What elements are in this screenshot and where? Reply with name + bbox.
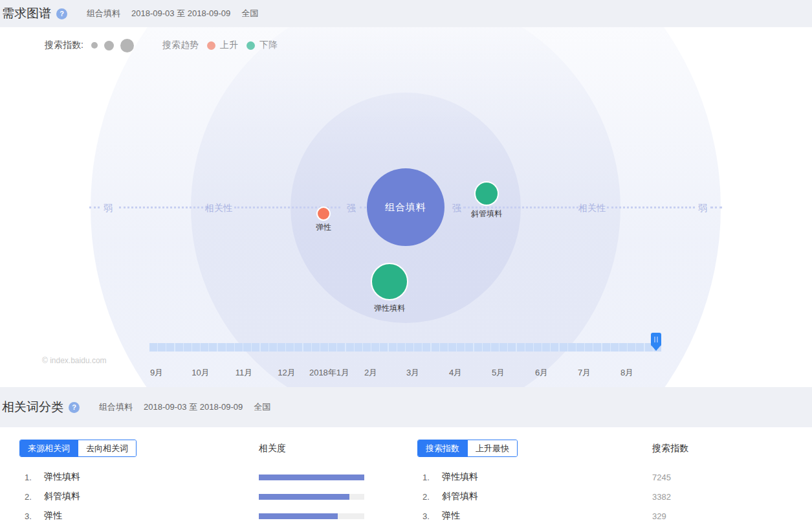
date-range-label: 2018-09-03 至 2018-09-09 <box>144 401 243 413</box>
node-xieguan-tianliao-label: 斜管填料 <box>471 208 502 219</box>
axis-dotted-line <box>119 207 207 208</box>
rank-label: 3. <box>25 511 39 521</box>
month-label: 2018年1月 <box>309 367 349 379</box>
index-rising-tab-group: 搜索指数 上升最快 <box>417 440 518 457</box>
month-label: 12月 <box>278 367 295 379</box>
keyword-label: 组合填料 <box>87 8 120 19</box>
rank-label: 1. <box>422 473 437 482</box>
source-dest-tab-group: 来源相关词 去向相关词 <box>19 440 137 457</box>
axis-dotted-line <box>89 207 100 208</box>
word-link[interactable]: 弹性 <box>44 510 259 522</box>
month-label: 5月 <box>492 367 505 379</box>
search-index-column-header: 搜索指数 <box>652 443 688 454</box>
center-keyword-label: 组合填料 <box>385 201 426 214</box>
watermark: © index.baidu.com <box>42 356 107 365</box>
month-label: 7月 <box>578 367 591 379</box>
keyword-label: 组合填料 <box>99 401 133 413</box>
list-item[interactable]: 3. 弹性 <box>19 506 364 525</box>
size-dot-large-icon <box>120 39 134 52</box>
month-label: 11月 <box>236 367 253 379</box>
related-words-card: 来源相关词 去向相关词 相关度 1. 弹性填料 2. 斜管填料 3. 弹性 搜索… <box>0 427 812 525</box>
relevance-bar-track <box>259 513 364 519</box>
list-item[interactable]: 2. 斜管填料 3382 <box>417 487 689 506</box>
month-label: 2月 <box>364 367 377 379</box>
timeline-track[interactable] <box>149 343 661 352</box>
relevance-bar-track <box>259 494 364 500</box>
search-index-value: 7245 <box>652 473 671 482</box>
legend-size-label: 搜索指数: <box>45 39 83 51</box>
rank-label: 2. <box>25 492 39 502</box>
axis-dotted-line <box>360 207 366 208</box>
month-label: 10月 <box>192 367 209 379</box>
rank-label: 3. <box>422 511 437 521</box>
page-title: 需求图谱 <box>2 5 51 22</box>
region-label: 全国 <box>254 401 270 413</box>
list-item[interactable]: 2. 斜管填料 <box>19 487 364 506</box>
timeline-slider-handle[interactable] <box>651 333 661 352</box>
month-label: 9月 <box>150 367 163 379</box>
region-label: 全国 <box>241 8 258 19</box>
help-icon[interactable]: ? <box>69 402 80 413</box>
word-link[interactable]: 斜管填料 <box>44 491 259 502</box>
node-center-keyword[interactable]: 组合填料 <box>367 168 444 246</box>
node-tanxing-tianliao[interactable] <box>371 263 408 300</box>
timeline-month-labels: 9月 10月 11月 12月 2018年1月 2月 3月 4月 5月 6月 7月… <box>0 367 812 377</box>
rank-label: 1. <box>25 473 39 482</box>
demand-map-card: 搜索指数: 搜索趋势 上升 下降 弱 相关性 强 强 相关性 弱 弹性 组合填料… <box>0 27 812 387</box>
slider-pause-icon <box>651 333 661 346</box>
rank-label: 2. <box>422 492 437 502</box>
list-item[interactable]: 1. 弹性填料 <box>19 467 364 487</box>
axis-strong-right-label: 强 <box>452 203 461 214</box>
axis-strong-left-label: 强 <box>347 203 356 214</box>
search-index-value: 329 <box>652 511 666 521</box>
list-item[interactable]: 3. 弹性 329 <box>417 506 689 525</box>
axis-dotted-line <box>710 207 722 208</box>
demand-map-header: 需求图谱 ? 组合填料 2018-09-03 至 2018-09-09 全国 <box>0 0 812 27</box>
axis-dotted-line <box>607 207 695 208</box>
relevance-column-header: 相关度 <box>259 443 286 454</box>
tab-search-index[interactable]: 搜索指数 <box>418 440 467 456</box>
node-tanxing[interactable] <box>316 207 331 221</box>
axis-relevance-right-label: 相关性 <box>578 203 606 214</box>
tab-fastest-rising[interactable]: 上升最快 <box>467 440 517 456</box>
node-tanxing-label: 弹性 <box>316 222 331 233</box>
month-label: 3月 <box>406 367 419 379</box>
search-index-list: 1. 弹性填料 7245 2. 斜管填料 3382 3. 弹性 329 <box>417 467 689 525</box>
axis-relevance-left-label: 相关性 <box>205 203 232 214</box>
month-label: 6月 <box>535 367 548 379</box>
section-title: 相关词分类 <box>2 399 63 416</box>
axis-weak-left-label: 弱 <box>104 203 113 214</box>
relevance-bar-track <box>259 475 364 480</box>
related-words-header: 相关词分类 ? 组合填料 2018-09-03 至 2018-09-09 全国 <box>0 387 812 427</box>
help-icon[interactable]: ? <box>56 8 67 19</box>
relevance-bar-fill <box>259 513 338 519</box>
size-dot-medium-icon <box>104 41 114 50</box>
search-index-value: 3382 <box>652 492 671 502</box>
relevance-bar-fill <box>259 494 349 500</box>
list-item[interactable]: 1. 弹性填料 7245 <box>417 467 689 487</box>
node-xieguan-tianliao[interactable] <box>474 181 499 206</box>
tab-dest-related-words[interactable]: 去向相关词 <box>78 440 136 456</box>
tab-source-related-words[interactable]: 来源相关词 <box>20 440 78 456</box>
month-label: 4月 <box>449 367 462 379</box>
size-dot-small-icon <box>91 42 98 49</box>
slider-pointer-tip <box>652 346 660 351</box>
axis-weak-right-label: 弱 <box>698 203 707 214</box>
word-link[interactable]: 弹性填料 <box>44 471 259 483</box>
month-label: 8月 <box>620 367 633 379</box>
relevance-bar-fill <box>259 475 364 480</box>
date-range-label: 2018-09-03 至 2018-09-09 <box>131 8 230 19</box>
relevance-list: 1. 弹性填料 2. 斜管填料 3. 弹性 <box>19 467 364 525</box>
node-tanxing-tianliao-label: 弹性填料 <box>374 303 405 314</box>
